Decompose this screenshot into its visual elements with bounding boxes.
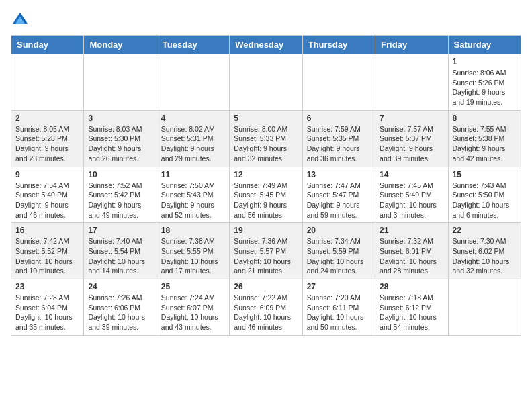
calendar-day-cell: 9Sunrise: 7:54 AM Sunset: 5:40 PM Daylig… (11, 167, 84, 223)
day-number: 4 (161, 113, 225, 123)
calendar-day-cell: 14Sunrise: 7:45 AM Sunset: 5:49 PM Dayli… (375, 167, 448, 223)
calendar-day-cell: 26Sunrise: 7:22 AM Sunset: 6:09 PM Dayli… (230, 279, 302, 336)
calendar-day-cell: 19Sunrise: 7:36 AM Sunset: 5:57 PM Dayli… (230, 223, 302, 279)
calendar-day-cell: 2Sunrise: 8:05 AM Sunset: 5:28 PM Daylig… (11, 110, 84, 167)
calendar-day-cell (11, 54, 84, 111)
calendar-day-cell: 21Sunrise: 7:32 AM Sunset: 6:01 PM Dayli… (375, 223, 448, 279)
calendar-day-cell: 16Sunrise: 7:42 AM Sunset: 5:52 PM Dayli… (11, 223, 84, 279)
day-number: 16 (15, 226, 79, 235)
day-info: Sunrise: 7:43 AM Sunset: 5:50 PM Dayligh… (453, 181, 517, 220)
day-info: Sunrise: 8:00 AM Sunset: 5:33 PM Dayligh… (234, 124, 298, 164)
weekday-header: Friday (375, 36, 448, 54)
calendar-day-cell: 7Sunrise: 7:57 AM Sunset: 5:37 PM Daylig… (375, 110, 448, 167)
calendar-week-row: 2Sunrise: 8:05 AM Sunset: 5:28 PM Daylig… (11, 110, 521, 167)
calendar-day-cell: 18Sunrise: 7:38 AM Sunset: 5:55 PM Dayli… (157, 223, 229, 279)
calendar-day-cell: 5Sunrise: 8:00 AM Sunset: 5:33 PM Daylig… (230, 110, 302, 167)
calendar-day-cell: 13Sunrise: 7:47 AM Sunset: 5:47 PM Dayli… (302, 167, 375, 223)
day-number: 18 (161, 226, 225, 235)
weekday-header: Wednesday (230, 36, 302, 54)
day-info: Sunrise: 8:02 AM Sunset: 5:31 PM Dayligh… (161, 124, 225, 164)
day-number: 6 (307, 113, 371, 123)
day-info: Sunrise: 7:59 AM Sunset: 5:35 PM Dayligh… (307, 124, 371, 164)
day-number: 27 (307, 282, 371, 291)
day-number: 19 (234, 226, 298, 235)
day-info: Sunrise: 7:26 AM Sunset: 6:06 PM Dayligh… (88, 293, 152, 332)
day-number: 7 (380, 113, 443, 123)
logo-icon (11, 11, 30, 30)
day-info: Sunrise: 8:06 AM Sunset: 5:26 PM Dayligh… (453, 68, 517, 107)
day-info: Sunrise: 7:22 AM Sunset: 6:09 PM Dayligh… (234, 293, 298, 332)
weekday-header: Monday (84, 36, 157, 54)
calendar-day-cell: 12Sunrise: 7:49 AM Sunset: 5:45 PM Dayli… (230, 167, 302, 223)
logo (11, 11, 32, 30)
day-info: Sunrise: 7:18 AM Sunset: 6:12 PM Dayligh… (380, 293, 443, 332)
calendar-day-cell: 25Sunrise: 7:24 AM Sunset: 6:07 PM Dayli… (157, 279, 229, 336)
day-number: 24 (88, 282, 152, 291)
day-info: Sunrise: 7:47 AM Sunset: 5:47 PM Dayligh… (307, 181, 371, 220)
day-number: 14 (380, 170, 443, 179)
day-info: Sunrise: 7:50 AM Sunset: 5:43 PM Dayligh… (161, 181, 225, 220)
calendar-day-cell (448, 279, 521, 336)
weekday-header: Tuesday (157, 36, 229, 54)
day-info: Sunrise: 7:57 AM Sunset: 5:37 PM Dayligh… (380, 124, 443, 164)
day-info: Sunrise: 7:34 AM Sunset: 5:59 PM Dayligh… (307, 236, 371, 276)
calendar-day-cell (302, 54, 375, 111)
calendar-week-row: 16Sunrise: 7:42 AM Sunset: 5:52 PM Dayli… (11, 223, 521, 279)
day-number: 10 (88, 170, 152, 179)
day-info: Sunrise: 7:42 AM Sunset: 5:52 PM Dayligh… (15, 236, 79, 276)
day-number: 22 (453, 226, 517, 235)
day-number: 26 (234, 282, 298, 291)
calendar-day-cell (230, 54, 302, 111)
calendar-day-cell: 22Sunrise: 7:30 AM Sunset: 6:02 PM Dayli… (448, 223, 521, 279)
day-number: 2 (15, 113, 79, 123)
calendar-week-row: 9Sunrise: 7:54 AM Sunset: 5:40 PM Daylig… (11, 167, 521, 223)
calendar-day-cell: 4Sunrise: 8:02 AM Sunset: 5:31 PM Daylig… (157, 110, 229, 167)
day-number: 8 (453, 113, 517, 123)
calendar-day-cell: 10Sunrise: 7:52 AM Sunset: 5:42 PM Dayli… (84, 167, 157, 223)
calendar-table: SundayMondayTuesdayWednesdayThursdayFrid… (11, 35, 521, 336)
day-number: 21 (380, 226, 443, 235)
day-number: 15 (453, 170, 517, 179)
day-number: 11 (161, 170, 225, 179)
day-info: Sunrise: 7:40 AM Sunset: 5:54 PM Dayligh… (88, 236, 152, 276)
calendar-day-cell: 11Sunrise: 7:50 AM Sunset: 5:43 PM Dayli… (157, 167, 229, 223)
calendar-header-row: SundayMondayTuesdayWednesdayThursdayFrid… (11, 36, 521, 54)
day-number: 12 (234, 170, 298, 179)
day-number: 1 (453, 57, 517, 66)
day-number: 3 (88, 113, 152, 123)
day-number: 23 (15, 282, 79, 291)
calendar-day-cell: 3Sunrise: 8:03 AM Sunset: 5:30 PM Daylig… (84, 110, 157, 167)
day-info: Sunrise: 7:45 AM Sunset: 5:49 PM Dayligh… (380, 181, 443, 220)
weekday-header: Sunday (11, 36, 84, 54)
calendar-day-cell: 23Sunrise: 7:28 AM Sunset: 6:04 PM Dayli… (11, 279, 84, 336)
calendar-day-cell (157, 54, 229, 111)
weekday-header: Saturday (448, 36, 521, 54)
calendar-day-cell: 27Sunrise: 7:20 AM Sunset: 6:11 PM Dayli… (302, 279, 375, 336)
calendar-week-row: 1Sunrise: 8:06 AM Sunset: 5:26 PM Daylig… (11, 54, 521, 111)
day-info: Sunrise: 7:36 AM Sunset: 5:57 PM Dayligh… (234, 236, 298, 276)
day-number: 20 (307, 226, 371, 235)
calendar-day-cell: 17Sunrise: 7:40 AM Sunset: 5:54 PM Dayli… (84, 223, 157, 279)
day-info: Sunrise: 7:24 AM Sunset: 6:07 PM Dayligh… (161, 293, 225, 332)
day-info: Sunrise: 8:03 AM Sunset: 5:30 PM Dayligh… (88, 124, 152, 164)
day-number: 25 (161, 282, 225, 291)
day-number: 9 (15, 170, 79, 179)
day-info: Sunrise: 7:20 AM Sunset: 6:11 PM Dayligh… (307, 293, 371, 332)
calendar-day-cell: 28Sunrise: 7:18 AM Sunset: 6:12 PM Dayli… (375, 279, 448, 336)
calendar-day-cell: 24Sunrise: 7:26 AM Sunset: 6:06 PM Dayli… (84, 279, 157, 336)
day-info: Sunrise: 7:32 AM Sunset: 6:01 PM Dayligh… (380, 236, 443, 276)
day-number: 28 (380, 282, 443, 291)
page-header (11, 11, 521, 30)
day-info: Sunrise: 7:30 AM Sunset: 6:02 PM Dayligh… (453, 236, 517, 276)
day-number: 5 (234, 113, 298, 123)
calendar-day-cell: 8Sunrise: 7:55 AM Sunset: 5:38 PM Daylig… (448, 110, 521, 167)
day-info: Sunrise: 7:38 AM Sunset: 5:55 PM Dayligh… (161, 236, 225, 276)
calendar-week-row: 23Sunrise: 7:28 AM Sunset: 6:04 PM Dayli… (11, 279, 521, 336)
calendar-day-cell: 15Sunrise: 7:43 AM Sunset: 5:50 PM Dayli… (448, 167, 521, 223)
day-info: Sunrise: 7:49 AM Sunset: 5:45 PM Dayligh… (234, 181, 298, 220)
calendar-day-cell (84, 54, 157, 111)
day-number: 17 (88, 226, 152, 235)
day-info: Sunrise: 7:55 AM Sunset: 5:38 PM Dayligh… (453, 124, 517, 164)
day-info: Sunrise: 7:54 AM Sunset: 5:40 PM Dayligh… (15, 181, 79, 220)
day-number: 13 (307, 170, 371, 179)
